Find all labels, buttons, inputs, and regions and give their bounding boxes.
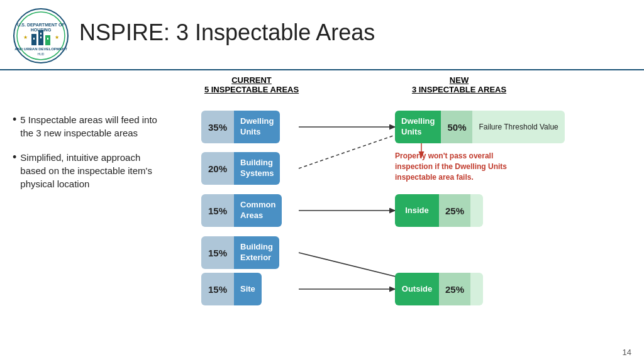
- bullet-text-1: 5 Inspectable areas will feed into the 3…: [20, 113, 157, 140]
- svg-text:★: ★: [23, 35, 28, 40]
- new-dwelling-extra: Failure Threshold Value: [472, 111, 564, 143]
- new-line1: NEW: [396, 75, 522, 85]
- svg-text:AND URBAN DEVELOPMENT: AND URBAN DEVELOPMENT: [14, 47, 67, 51]
- current-bext-pct: 15%: [201, 236, 234, 269]
- svg-rect-8: [40, 33, 42, 35]
- current-bsys-pct: 20%: [201, 152, 234, 185]
- current-building-systems: 20% BuildingSystems: [201, 152, 299, 185]
- hud-logo: U.S. DEPARTMENT OF HOUSING ★ ★ AND URBAN…: [13, 8, 69, 64]
- warning-text: Property won't pass overall inspection i…: [395, 151, 518, 182]
- diagram-area: CURRENT 5 INSPECTABLE AREAS NEW 3 INSPEC…: [164, 75, 631, 339]
- col-header-new: NEW 3 INSPECTABLE AREAS: [396, 75, 522, 94]
- current-common-pct: 15%: [201, 194, 234, 227]
- current-bsys-label: BuildingSystems: [234, 152, 280, 185]
- current-line2: 5 INSPECTABLE AREAS: [201, 85, 302, 94]
- main-content: • 5 Inspectable areas will feed into the…: [0, 75, 644, 339]
- svg-text:★: ★: [55, 35, 59, 40]
- current-site-label: Site: [234, 273, 262, 305]
- current-dwelling-units: 35% DwellingUnits: [201, 111, 299, 143]
- current-common-areas: 15% CommonAreas: [201, 194, 299, 227]
- bullet-text-2: Simplified, intuitive approach based on …: [20, 151, 157, 190]
- svg-rect-10: [47, 38, 48, 40]
- new-outside-label: Outside: [395, 273, 439, 305]
- new-outside-pct: 25%: [439, 273, 470, 305]
- current-site: 15% Site: [201, 273, 299, 305]
- new-inside-extra: [470, 194, 483, 227]
- new-inside-pct: 25%: [439, 194, 470, 227]
- current-common-label: CommonAreas: [234, 194, 282, 227]
- current-site-pct: 15%: [201, 273, 234, 305]
- svg-rect-7: [33, 38, 35, 40]
- svg-rect-6: [45, 35, 50, 45]
- new-inside-label: Inside: [395, 194, 439, 227]
- bullet-dot-2: •: [13, 150, 16, 165]
- svg-rect-9: [40, 36, 42, 38]
- new-line2: 3 INSPECTABLE AREAS: [396, 85, 522, 94]
- new-inside: Inside 25%: [395, 194, 499, 227]
- bullet-item-2: • Simplified, intuitive approach based o…: [13, 151, 157, 190]
- current-dwelling-pct: 35%: [201, 111, 234, 143]
- current-bext-label: BuildingExterior: [234, 236, 279, 269]
- bullet-list: • 5 Inspectable areas will feed into the…: [13, 75, 164, 339]
- current-dwelling-label: DwellingUnits: [234, 111, 280, 143]
- current-line1: CURRENT: [201, 75, 302, 85]
- new-outside: Outside 25%: [395, 273, 499, 305]
- page-number: 14: [623, 348, 631, 357]
- svg-text:U.S. DEPARTMENT OF: U.S. DEPARTMENT OF: [17, 23, 65, 27]
- page-title: NSPIRE: 3 Inspectable Areas: [79, 19, 375, 46]
- current-building-exterior: 15% BuildingExterior: [201, 236, 299, 269]
- new-dwelling-units: DwellingUnits 50% Failure Threshold Valu…: [395, 111, 565, 143]
- new-outside-extra: [470, 273, 483, 305]
- new-dwelling-label: DwellingUnits: [395, 111, 441, 143]
- header: U.S. DEPARTMENT OF HOUSING ★ ★ AND URBAN…: [0, 0, 644, 70]
- bullet-dot-1: •: [13, 112, 16, 128]
- new-dwelling-pct: 50%: [441, 111, 472, 143]
- bullet-item-1: • 5 Inspectable areas will feed into the…: [13, 113, 157, 140]
- col-header-current: CURRENT 5 INSPECTABLE AREAS: [201, 75, 302, 94]
- svg-line-16: [299, 135, 395, 168]
- svg-text:HUD: HUD: [38, 52, 45, 56]
